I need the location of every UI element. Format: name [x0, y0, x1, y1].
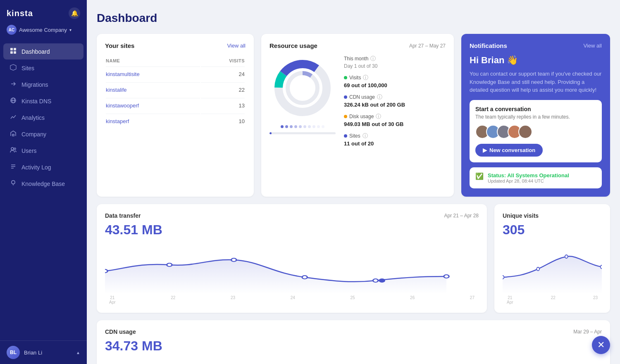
data-transfer-header: Data transfer Apr 21 – Apr 28 — [105, 212, 479, 219]
site-link[interactable]: kinstaperf — [106, 118, 129, 124]
sites-card-title: Your sites — [105, 42, 134, 49]
notif-view-all[interactable]: View all — [583, 43, 602, 49]
donut-chart — [269, 55, 336, 134]
resource-stats: This month ⓘ Day 1 out of 30 Visits ⓘ 69… — [344, 55, 446, 152]
new-conversation-button[interactable]: ▶ New conversation — [475, 144, 543, 157]
status-info: Status: All Systems Operational Updated … — [488, 172, 569, 183]
uv-label-23: 23 — [593, 295, 598, 305]
svg-point-26 — [379, 278, 385, 283]
data-transfer-title: Data transfer — [105, 212, 141, 219]
svg-point-28 — [537, 267, 539, 271]
sidebar-item-company[interactable]: Company — [3, 126, 83, 142]
data-transfer-value: 43.51 MB — [105, 222, 479, 238]
svg-rect-1 — [10, 48, 13, 50]
unique-visits-labels: 21Apr 22 23 — [503, 295, 602, 305]
conv-title: Start a conversation — [475, 106, 596, 112]
notif-card-header: Notifications View all — [470, 42, 602, 49]
stat-disk-value: 949.03 MB out of 30 GB — [344, 121, 446, 127]
company-name: Awesome Company — [19, 27, 67, 33]
svg-point-18 — [288, 73, 317, 103]
unique-visits-header: Unique visits — [503, 212, 602, 219]
resource-card-title: Resource usage — [269, 42, 317, 49]
site-visits: 13 — [201, 98, 245, 113]
svg-rect-4 — [14, 51, 16, 54]
activity-log-icon — [10, 163, 17, 171]
knowledge-base-icon — [10, 180, 17, 188]
company-selector[interactable]: AC Awesome Company ▾ — [0, 23, 87, 40]
svg-point-20 — [105, 269, 107, 273]
stat-cdn-value: 326.24 kB out of 200 GB — [344, 102, 446, 108]
site-link[interactable]: kinstawooperf — [106, 102, 139, 109]
sidebar-item-users[interactable]: Users — [3, 143, 83, 159]
resource-card: Resource usage Apr 27 – May 27 — [261, 34, 454, 197]
resource-layout: This month ⓘ Day 1 out of 30 Visits ⓘ 69… — [269, 55, 446, 152]
conversation-box: Start a conversation The team typically … — [470, 100, 602, 162]
label-24: 24 — [291, 295, 295, 305]
company-chevron-icon: ▾ — [69, 28, 72, 32]
uv-label-21: 21Apr — [507, 295, 513, 305]
sidebar-item-label-dashboard: Dashboard — [21, 48, 50, 55]
notif-description: You can contact our support team if you'… — [470, 70, 602, 94]
user-name: Brian Li — [24, 350, 42, 356]
svg-point-30 — [601, 265, 602, 269]
data-transfer-svg — [105, 244, 479, 294]
svg-rect-8 — [12, 134, 14, 136]
notification-bell[interactable]: 🔔 — [69, 7, 80, 19]
sidebar-item-label-knowledge-base: Knowledge Base — [21, 181, 65, 187]
table-row: kinstamultisite 24 — [106, 67, 245, 81]
site-link[interactable]: kinstalife — [106, 87, 127, 93]
stat-sites-label: Sites ⓘ — [344, 132, 446, 140]
analytics-icon — [10, 114, 17, 121]
sites-view-all[interactable]: View all — [227, 43, 246, 49]
stat-visits-value: 69 out of 100,000 — [344, 82, 446, 88]
svg-point-10 — [14, 148, 16, 150]
resource-date: Apr 27 – May 27 — [409, 43, 446, 49]
company-icon — [10, 130, 17, 138]
data-transfer-chart — [105, 244, 479, 294]
table-row: kinstawooperf 13 — [106, 98, 245, 113]
sidebar-item-activity-log[interactable]: Activity Log — [3, 159, 83, 175]
sidebar-header: kinsta 🔔 — [0, 0, 87, 23]
table-row: kinstalife 22 — [106, 82, 245, 97]
svg-point-29 — [565, 255, 568, 258]
fab-icon: ✕ — [597, 340, 605, 350]
sidebar-item-knowledge-base[interactable]: Knowledge Base — [3, 176, 83, 192]
table-row: kinstaperf 10 — [106, 114, 245, 128]
uv-label-22: 22 — [551, 295, 556, 305]
svg-text:kinsta: kinsta — [7, 9, 33, 18]
site-link[interactable]: kinstamultisite — [106, 71, 140, 77]
user-chevron-icon: ▲ — [76, 350, 80, 355]
stat-cdn-label: CDN usage ⓘ — [344, 93, 446, 101]
sidebar-item-migrations[interactable]: Migrations — [3, 76, 83, 93]
sidebar-item-analytics[interactable]: Analytics — [3, 109, 83, 126]
label-26: 26 — [410, 295, 415, 305]
sidebar-item-sites[interactable]: Sites — [3, 60, 83, 76]
notifications-card: Notifications View all Hi Brian 👋 You ca… — [461, 34, 610, 197]
cdn-value: 34.73 MB — [105, 338, 602, 354]
label-22: 22 — [171, 295, 175, 305]
stat-visits: Visits ⓘ 69 out of 100,000 — [344, 74, 446, 88]
label-27: 27 — [470, 295, 475, 305]
sites-card: Your sites View all NAME VISITS kinstamu… — [97, 34, 254, 197]
svg-point-27 — [503, 276, 504, 279]
unique-visits-svg — [503, 244, 602, 294]
unique-visits-value: 305 — [503, 222, 602, 238]
label-23: 23 — [231, 295, 235, 305]
svg-point-21 — [167, 263, 172, 266]
top-row: Your sites View all NAME VISITS kinstamu… — [97, 34, 610, 197]
site-visits: 22 — [201, 82, 245, 97]
sidebar: kinsta 🔔 AC Awesome Company ▾ Dashboard … — [0, 0, 87, 364]
data-transfer-date: Apr 21 – Apr 28 — [444, 213, 479, 219]
kinsta-logo-svg: kinsta — [7, 8, 40, 19]
user-profile-bar[interactable]: BL Brian Li ▲ — [0, 340, 87, 364]
dashboard-icon — [10, 48, 17, 55]
data-transfer-labels: 21Apr 22 23 24 25 26 27 — [105, 295, 479, 305]
stat-day-value: Day 1 out of 30 — [344, 63, 446, 69]
unique-visits-card: Unique visits 305 — [494, 204, 610, 313]
sidebar-item-dashboard[interactable]: Dashboard — [3, 43, 83, 59]
sidebar-item-kinsta-dns[interactable]: Kinsta DNS — [3, 93, 83, 109]
users-icon — [10, 147, 17, 155]
stat-this-month: This month ⓘ Day 1 out of 30 — [344, 55, 446, 69]
site-visits: 24 — [201, 67, 245, 81]
fab-button[interactable]: ✕ — [592, 336, 610, 354]
